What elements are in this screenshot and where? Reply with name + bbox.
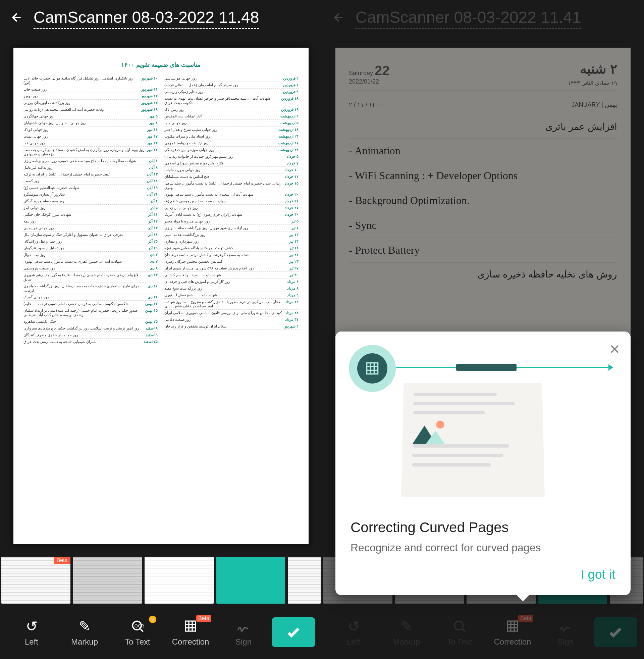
doc-header: مناسبت های ضمیمه تقویم ۱۴۰۰	[23, 61, 299, 68]
note-header: ۲ شنبه ۱۹ جمادی الثانی ۱۴۴۳ Saturday 22 …	[349, 61, 617, 91]
popup-illustration: ✕	[336, 332, 630, 506]
filter-strip[interactable]: Beta No Shadow Original Lighten Magic Co…	[0, 555, 322, 605]
rotate-left-icon: ↺	[26, 618, 38, 635]
screen-left: CamScanner 08-03-2022 11.48 مناسبت های ض…	[0, 0, 322, 659]
markup-button[interactable]: ✎Markup	[382, 618, 431, 646]
confirm-button[interactable]	[272, 617, 315, 647]
popup-description: Recognize and correct for curved pages	[350, 542, 616, 554]
bottom-toolbar: ↺ Left ✎ Markup OCR ♛ To Text Beta Corre…	[0, 605, 322, 659]
document-preview-area[interactable]: مناسبت های ضمیمه تقویم ۱۴۰۰ ۲ فروردینروز…	[0, 37, 322, 555]
markup-button[interactable]: ✎ Markup	[60, 618, 109, 646]
doc-column-1: ۲ فروردینروز جهانی هواشناسی۶ فروردینروز …	[164, 75, 299, 345]
screen-right: CamScanner 08-03-2022 11.41 ۲ شنبه ۱۹ جم…	[322, 0, 644, 659]
illus-scan-line	[396, 367, 611, 368]
document-title[interactable]: CamScanner 08-03-2022 11.41	[355, 8, 581, 29]
topbar: CamScanner 08-03-2022 11.41	[322, 0, 644, 37]
illus-document	[401, 383, 545, 497]
illus-circle	[349, 345, 396, 392]
correction-popup: ✕ Correcting Curved Pages Recogni	[336, 332, 630, 595]
filter-original[interactable]: Original	[73, 556, 142, 604]
document-page: مناسبت های ضمیمه تقویم ۱۴۰۰ ۲ فروردینروز…	[14, 48, 308, 544]
grid-icon	[357, 353, 387, 384]
popup-body: Correcting Curved Pages Recognize and co…	[336, 506, 630, 595]
beta-badge: Beta	[196, 615, 211, 622]
svg-rect-5	[367, 363, 378, 374]
pencil-icon: ✎	[79, 618, 91, 635]
crown-icon: ♛	[149, 616, 156, 623]
note-line: افزایش عمر باتری	[349, 115, 617, 139]
document-title[interactable]: CamScanner 08-03-2022 11.48	[33, 8, 259, 29]
filter-no-shadow[interactable]: Beta No Shadow	[1, 556, 70, 604]
signature-button[interactable]: Sign	[219, 618, 268, 646]
popup-title: Correcting Curved Pages	[350, 519, 616, 536]
close-icon[interactable]: ✕	[609, 342, 621, 357]
rotate-left-button[interactable]: ↺Left	[329, 618, 378, 646]
filter-lighten[interactable]: Lighten	[144, 556, 214, 604]
ocr-icon: OCR	[130, 618, 145, 635]
correction-button[interactable]: Beta Correction	[166, 618, 215, 646]
grid-icon	[184, 618, 197, 635]
svg-rect-4	[507, 621, 518, 631]
note-month: ۱۴۰۰ / ۱۱ / ۲ بهمن | JANUARY	[349, 101, 617, 108]
to-text-button[interactable]: To Text	[435, 618, 484, 646]
bottom-toolbar: ↺Left ✎Markup To Text Beta Correction Si…	[322, 605, 644, 659]
note-line: - Animation	[349, 139, 617, 163]
popup-confirm-button[interactable]: I got it	[350, 567, 616, 585]
filter-magic-color[interactable]: Magic Color	[216, 556, 285, 604]
back-button[interactable]	[10, 9, 23, 28]
note-line: - Background Optimization.	[349, 188, 617, 213]
beta-badge: Beta	[518, 615, 533, 622]
signature-icon	[236, 618, 251, 635]
note-line: روش های تخلیه حافظه ذخیره سازی	[349, 263, 617, 286]
signature-button[interactable]: Sign	[541, 618, 590, 646]
note-line: - Sync	[349, 213, 617, 238]
svg-point-3	[455, 621, 463, 630]
topbar: CamScanner 08-03-2022 11.48	[0, 0, 322, 37]
grid-icon	[506, 618, 519, 635]
correction-button[interactable]: Beta Correction	[488, 618, 537, 646]
doc-columns: ۲ فروردینروز جهانی هواشناسی۶ فروردینروز …	[23, 75, 299, 345]
confirm-button[interactable]	[594, 617, 637, 647]
to-text-button[interactable]: OCR ♛ To Text	[113, 618, 162, 646]
filter-grayscale[interactable]: Graysc	[288, 556, 321, 604]
back-button[interactable]	[332, 9, 345, 28]
svg-rect-2	[185, 621, 196, 631]
popup-arrow	[515, 594, 530, 601]
doc-column-2: ۱۰ شهریورروز بانکداری اسلامی، روز تشکیل …	[23, 75, 158, 345]
svg-text:OCR: OCR	[135, 623, 144, 629]
beta-badge: Beta	[54, 556, 70, 564]
note-line: - WiFi Scanning : + Developer Options	[349, 163, 617, 188]
rotate-left-button[interactable]: ↺ Left	[7, 618, 56, 646]
note-line: - Protect Battery	[349, 238, 617, 263]
